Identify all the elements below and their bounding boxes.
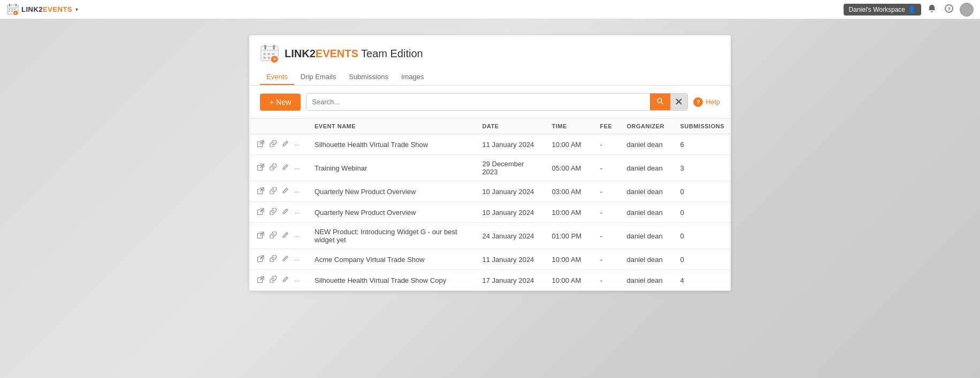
edit-icon[interactable] <box>280 163 290 173</box>
search-clear-button[interactable] <box>670 94 687 110</box>
col-header-organizer: ORGANIZER <box>620 119 673 134</box>
edit-icon[interactable] <box>280 186 290 197</box>
svg-rect-16 <box>273 45 275 50</box>
event-organizer-cell: daniel dean <box>620 223 673 249</box>
event-name-cell: Training Webinar <box>308 155 476 181</box>
event-name-cell: Acme Company Virtual Trade Show <box>308 249 476 270</box>
help-button[interactable]: ? Help <box>693 97 720 107</box>
event-submissions-cell: 6 <box>673 134 731 155</box>
workspace-button[interactable]: Daniel's Workspace 👤 <box>844 4 921 16</box>
main-wrapper: + LINK2EVENTS Team Edition Events Drip E… <box>0 19 980 291</box>
more-options-icon[interactable]: ··· <box>293 163 302 173</box>
event-time-cell: 10:00 AM <box>545 134 593 155</box>
event-name-cell: Silhouette Health Virtual Trade Show <box>308 134 476 155</box>
external-link-icon[interactable] <box>256 207 266 218</box>
row-actions-1: ··· <box>249 155 308 181</box>
event-submissions-cell: 3 <box>673 155 731 181</box>
more-options-icon[interactable]: ··· <box>293 140 302 150</box>
link-icon[interactable] <box>268 275 278 286</box>
table-row: ··· Quarterly New Product Overview 10 Ja… <box>249 202 731 223</box>
col-header-date: DATE <box>476 119 545 134</box>
search-input[interactable] <box>307 94 650 110</box>
col-header-fee: FEE <box>593 119 620 134</box>
svg-rect-14 <box>261 50 278 51</box>
link-icon[interactable] <box>268 139 278 150</box>
event-organizer-cell: daniel dean <box>620 249 673 270</box>
notifications-button[interactable] <box>925 3 938 16</box>
workspace-user-icon: 👤 <box>908 6 916 13</box>
tab-images[interactable]: Images <box>395 70 431 85</box>
event-date-cell: 29 December 2023 <box>476 155 545 181</box>
svg-rect-17 <box>263 53 266 55</box>
new-event-button[interactable]: + New <box>260 94 301 111</box>
svg-rect-2 <box>9 4 10 6</box>
user-avatar[interactable] <box>960 3 974 17</box>
svg-text:+: + <box>273 56 276 62</box>
svg-rect-4 <box>9 9 10 10</box>
topbar: + LINK2EVENTS ▾ Daniel's Workspace 👤 ? <box>0 0 980 19</box>
svg-line-35 <box>260 209 264 212</box>
row-actions-6: ··· <box>249 270 308 291</box>
tab-submissions[interactable]: Submissions <box>342 70 395 85</box>
link-icon[interactable] <box>268 254 278 265</box>
event-date-cell: 24 January 2024 <box>476 223 545 249</box>
event-submissions-cell: 4 <box>673 270 731 291</box>
col-header-name: EVENT NAME <box>308 119 476 134</box>
svg-rect-5 <box>11 9 13 10</box>
more-options-icon[interactable]: ··· <box>293 254 302 265</box>
row-actions-5: ··· <box>249 249 308 270</box>
more-options-icon[interactable]: ··· <box>293 231 302 241</box>
event-organizer-cell: daniel dean <box>620 270 673 291</box>
more-options-icon[interactable]: ··· <box>293 187 302 197</box>
edit-icon[interactable] <box>280 139 290 150</box>
event-name-cell: Quarterly New Product Overview <box>308 181 476 202</box>
svg-rect-7 <box>9 11 10 12</box>
tab-events[interactable]: Events <box>260 70 294 85</box>
svg-line-41 <box>260 276 264 280</box>
svg-rect-3 <box>16 4 17 6</box>
external-link-icon[interactable] <box>256 230 266 241</box>
edit-icon[interactable] <box>280 230 290 241</box>
table-row: ··· Training Webinar 29 December 2023 05… <box>249 155 731 181</box>
external-link-icon[interactable] <box>256 139 266 150</box>
tab-drip-emails[interactable]: Drip Emails <box>294 70 342 85</box>
question-icon: ? <box>945 4 953 13</box>
svg-rect-1 <box>7 7 18 8</box>
svg-rect-15 <box>264 45 266 50</box>
help-topbar-button[interactable]: ? <box>943 3 955 16</box>
event-submissions-cell: 0 <box>673 249 731 270</box>
topbar-left: + LINK2EVENTS ▾ <box>6 3 78 16</box>
external-link-icon[interactable] <box>256 163 266 173</box>
search-icon <box>656 97 664 105</box>
edit-icon[interactable] <box>280 254 290 265</box>
event-fee-cell: - <box>593 134 620 155</box>
event-fee-cell: - <box>593 181 620 202</box>
event-time-cell: 10:00 AM <box>545 202 593 223</box>
event-time-cell: 10:00 AM <box>545 270 593 291</box>
link-icon[interactable] <box>268 230 278 241</box>
event-name-cell: NEW Product: Introducing Widget G - our … <box>308 223 476 249</box>
edit-icon[interactable] <box>280 275 290 286</box>
card-header: + LINK2EVENTS Team Edition <box>249 35 731 63</box>
external-link-icon[interactable] <box>256 275 266 286</box>
external-link-icon[interactable] <box>256 186 266 197</box>
search-submit-button[interactable] <box>650 94 670 110</box>
event-date-cell: 11 January 2024 <box>476 134 545 155</box>
events-table: EVENT NAME DATE TIME FEE ORGANIZER SUBMI… <box>249 118 731 291</box>
event-organizer-cell: daniel dean <box>620 155 673 181</box>
link-icon[interactable] <box>268 163 278 173</box>
svg-text:?: ? <box>948 6 951 12</box>
edit-icon[interactable] <box>280 207 290 218</box>
external-link-icon[interactable] <box>256 254 266 265</box>
app-title: LINK2EVENTS Team Edition <box>285 48 423 60</box>
row-actions-0: ··· <box>249 134 308 155</box>
event-submissions-cell: 0 <box>673 223 731 249</box>
event-time-cell: 01:00 PM <box>545 223 593 249</box>
more-options-icon[interactable]: ··· <box>293 275 302 286</box>
link-icon[interactable] <box>268 186 278 197</box>
table-row: ··· Silhouette Health Virtual Trade Show… <box>249 134 731 155</box>
topbar-right: Daniel's Workspace 👤 ? <box>844 3 974 17</box>
brand-dropdown-arrow[interactable]: ▾ <box>75 6 78 12</box>
link-icon[interactable] <box>268 207 278 218</box>
more-options-icon[interactable]: ··· <box>293 207 302 218</box>
